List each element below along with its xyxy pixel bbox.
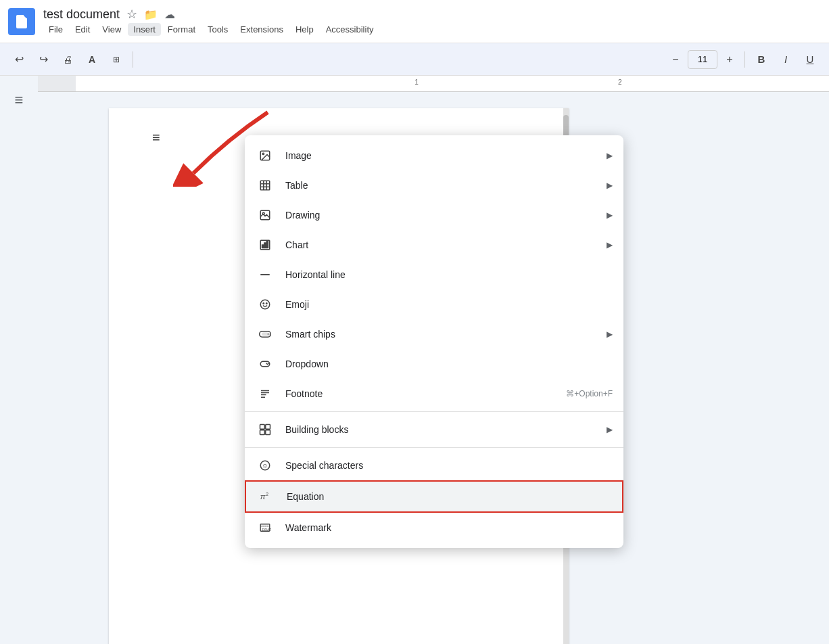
doc-title-area: test document ☆ 📁 ☁ File Edit View Inser…: [43, 7, 379, 36]
building-blocks-icon: [256, 420, 275, 439]
menu-divider-1: [245, 411, 623, 412]
main-content: ≡ 1 2 ≡: [0, 76, 829, 644]
footnote-shortcut: ⌘+Option+F: [566, 389, 613, 398]
smart-chips-label: Smart chips: [285, 329, 601, 340]
footnote-label: Footnote: [285, 388, 566, 399]
image-arrow: ▶: [607, 151, 613, 160]
menu-item-smart-chips[interactable]: Smart chips ▶: [245, 319, 623, 349]
chart-icon: [256, 235, 275, 254]
menu-item-emoji[interactable]: Emoji: [245, 290, 623, 319]
svg-text:π: π: [260, 492, 266, 501]
svg-point-15: [260, 300, 270, 309]
undo-button[interactable]: ↩: [8, 49, 30, 70]
image-label: Image: [285, 150, 601, 161]
svg-rect-11: [262, 245, 264, 248]
app-icon[interactable]: [8, 8, 35, 35]
toolbar-divider-1: [133, 51, 133, 68]
insert-dropdown-menu: Image ▶: [245, 135, 623, 548]
menu-item-watermark[interactable]: DRAFT Watermark: [245, 513, 623, 543]
svg-point-2: [262, 153, 264, 154]
smart-chips-icon: [256, 325, 275, 344]
drawing-icon: [256, 206, 275, 225]
menu-file[interactable]: File: [43, 23, 68, 36]
menu-accessibility[interactable]: Accessibility: [321, 23, 379, 36]
svg-point-20: [267, 333, 269, 335]
toolbar: ↩ ↪ 🖨 A ⊞ − 11 + B I U: [0, 43, 829, 76]
table-arrow: ▶: [607, 181, 613, 190]
menu-divider-2: [245, 447, 623, 448]
menu-item-table[interactable]: Table ▶: [245, 170, 623, 200]
emoji-label: Emoji: [285, 299, 613, 310]
right-area: [640, 92, 829, 644]
drawing-arrow: ▶: [607, 210, 613, 220]
menu-item-equation[interactable]: π 2 Equation: [245, 480, 623, 513]
menu-tools[interactable]: Tools: [202, 23, 233, 36]
special-chars-label: Special characters: [285, 460, 613, 471]
svg-rect-29: [260, 430, 265, 435]
watermark-icon: DRAFT: [256, 518, 275, 537]
svg-point-16: [263, 303, 264, 304]
sidebar: ≡: [0, 76, 38, 644]
doc-title[interactable]: test document: [43, 7, 120, 22]
menu-item-chart[interactable]: Chart ▶: [245, 230, 623, 260]
font-size-decrease-button[interactable]: −: [666, 50, 685, 69]
svg-text:2: 2: [266, 492, 268, 497]
menu-item-special-characters[interactable]: Ω Special characters: [245, 451, 623, 480]
watermark-label: Watermark: [285, 522, 613, 533]
cloud-icon[interactable]: ☁: [164, 8, 175, 21]
font-size-increase-button[interactable]: +: [720, 50, 739, 69]
chart-arrow: ▶: [607, 240, 613, 250]
menu-insert[interactable]: Insert: [128, 23, 161, 36]
svg-rect-13: [266, 242, 268, 248]
menu-item-dropdown[interactable]: Dropdown: [245, 349, 623, 379]
redo-button[interactable]: ↪: [32, 49, 54, 70]
table-icon: [256, 176, 275, 195]
list-icon: ≡: [15, 91, 24, 109]
ruler-bar: 1 2: [38, 76, 829, 92]
bold-button[interactable]: B: [751, 49, 772, 70]
equation-label: Equation: [287, 491, 611, 502]
menu-item-building-blocks[interactable]: Building blocks ▶: [245, 415, 623, 444]
menu-format[interactable]: Format: [162, 23, 201, 36]
list-icon-content: ≡: [152, 130, 160, 145]
print-button[interactable]: 🖨: [57, 49, 78, 70]
menu-extensions[interactable]: Extensions: [235, 23, 289, 36]
font-size-display[interactable]: 11: [688, 50, 717, 69]
menu-bar: File Edit View Insert Format Tools Exten…: [43, 23, 379, 36]
svg-rect-3: [260, 181, 270, 190]
menu-view[interactable]: View: [97, 23, 126, 36]
zoom-button[interactable]: ⊞: [105, 49, 127, 70]
ruler: 1 2: [76, 76, 829, 91]
sidebar-list-icon[interactable]: ≡: [5, 87, 32, 114]
menu-help[interactable]: Help: [290, 23, 319, 36]
dropdown-icon: [256, 354, 275, 373]
chart-label: Chart: [285, 239, 601, 250]
star-icon[interactable]: ☆: [126, 7, 137, 22]
emoji-icon: [256, 295, 275, 314]
table-label: Table: [285, 180, 601, 191]
menu-item-image[interactable]: Image ▶: [245, 141, 623, 170]
svg-rect-28: [266, 425, 270, 430]
smart-chips-arrow: ▶: [607, 329, 613, 339]
image-icon: [256, 146, 275, 165]
svg-rect-30: [266, 430, 270, 435]
menu-item-horizontal-line[interactable]: Horizontal line: [245, 260, 623, 290]
footnote-icon: [256, 384, 275, 403]
building-blocks-label: Building blocks: [285, 424, 601, 435]
building-blocks-arrow: ▶: [607, 425, 613, 434]
special-chars-icon: Ω: [256, 456, 275, 475]
menu-item-footnote[interactable]: Footnote ⌘+Option+F: [245, 379, 623, 409]
svg-point-17: [266, 303, 268, 304]
svg-text:DRAFT: DRAFT: [262, 528, 272, 532]
underline-button[interactable]: U: [799, 49, 821, 70]
folder-icon[interactable]: 📁: [144, 8, 158, 21]
docs-icon: [14, 14, 30, 30]
hline-icon: [256, 265, 275, 284]
paint-format-button[interactable]: A: [81, 49, 103, 70]
equation-icon: π 2: [257, 487, 276, 506]
italic-button[interactable]: I: [775, 49, 797, 70]
menu-edit[interactable]: Edit: [70, 23, 95, 36]
hline-label: Horizontal line: [285, 269, 613, 280]
menu-item-drawing[interactable]: Drawing ▶: [245, 200, 623, 230]
toolbar-divider-2: [744, 51, 745, 68]
